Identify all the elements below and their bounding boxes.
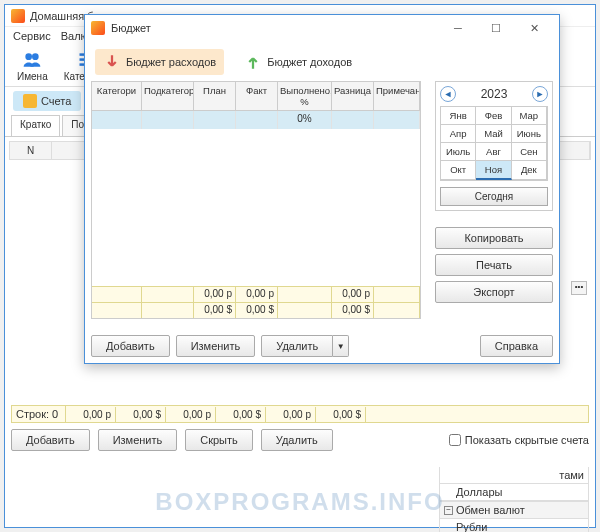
calendar-header: ◄ 2023 ► <box>440 86 548 102</box>
col-diff[interactable]: Разница <box>332 82 374 110</box>
tab-expenses-label: Бюджет расходов <box>126 56 216 68</box>
main-bottom-buttons: Добавить Изменить Скрыть Удалить Показат… <box>11 429 589 451</box>
col-note[interactable]: Примечани <box>374 82 420 110</box>
maximize-button[interactable]: ☐ <box>477 18 515 38</box>
prev-year-button[interactable]: ◄ <box>440 86 456 102</box>
month-nov[interactable]: Ноя <box>476 161 511 180</box>
month-jun[interactable]: Июнь <box>512 125 547 143</box>
arrow-down-icon <box>103 53 121 71</box>
cell-done-pct: 0% <box>278 111 332 129</box>
svg-point-0 <box>26 53 33 60</box>
side-tree: тами Доллары −Обмен валют Рубли Доллары … <box>439 467 589 532</box>
show-hidden-label: Показать скрытые счета <box>465 434 589 446</box>
col-done[interactable]: Выполнено, % <box>278 82 332 110</box>
sum-plan-d: 0,00 $ <box>194 303 236 318</box>
main-delete-button[interactable]: Удалить <box>261 429 333 451</box>
tab-income-label: Бюджет доходов <box>267 56 352 68</box>
dialog-side-buttons: Копировать Печать Экспорт <box>435 227 553 303</box>
subtool-accounts[interactable]: Счета <box>13 91 81 111</box>
show-hidden-input[interactable] <box>449 434 461 446</box>
month-grid: Янв Фев Мар Апр Май Июнь Июль Авг Сен Ок… <box>440 106 548 181</box>
month-apr[interactable]: Апр <box>441 125 476 143</box>
sum-c3: 0,00 p <box>166 407 216 422</box>
col-plan[interactable]: План <box>194 82 236 110</box>
sum-fact-p: 0,00 p <box>236 287 278 302</box>
month-feb[interactable]: Фев <box>476 107 511 125</box>
sum-fact-d: 0,00 $ <box>236 303 278 318</box>
today-button[interactable]: Сегодня <box>440 187 548 206</box>
month-may[interactable]: Май <box>476 125 511 143</box>
tree-dollars[interactable]: Доллары <box>439 484 589 501</box>
svg-point-1 <box>32 53 39 60</box>
calendar: ◄ 2023 ► Янв Фев Мар Апр Май Июнь Июль А… <box>435 81 553 211</box>
close-button[interactable]: ✕ <box>515 18 553 38</box>
sum-c5: 0,00 p <box>266 407 316 422</box>
month-oct[interactable]: Окт <box>441 161 476 180</box>
wallet-icon <box>23 94 37 108</box>
dlg-delete-button[interactable]: Удалить <box>261 335 333 357</box>
main-add-button[interactable]: Добавить <box>11 429 90 451</box>
col-category[interactable]: Категори <box>92 82 142 110</box>
columns-config-button[interactable]: ••• <box>571 281 587 295</box>
main-hide-button[interactable]: Скрыть <box>185 429 253 451</box>
copy-button[interactable]: Копировать <box>435 227 553 249</box>
main-edit-button[interactable]: Изменить <box>98 429 178 451</box>
users-icon <box>22 50 42 70</box>
dlg-add-button[interactable]: Добавить <box>91 335 170 357</box>
dialog-icon <box>91 21 105 35</box>
col-fact[interactable]: Факт <box>236 82 278 110</box>
sum-count: 0 <box>52 408 58 420</box>
budget-row[interactable]: 0% <box>92 111 420 129</box>
menu-service[interactable]: Сервис <box>13 30 51 42</box>
subtool-accounts-label: Счета <box>41 95 71 107</box>
dialog-titlebar[interactable]: Бюджет ─ ☐ ✕ <box>85 15 559 41</box>
next-year-button[interactable]: ► <box>532 86 548 102</box>
calendar-year: 2023 <box>481 87 508 101</box>
budget-summary: 0,00 p 0,00 p 0,00 p 0,00 $ 0,00 $ 0,00 … <box>92 286 420 318</box>
month-sep[interactable]: Сен <box>512 143 547 161</box>
dialog-title: Бюджет <box>111 22 151 34</box>
tb-users-label: Имена <box>17 71 48 82</box>
main-summary-row: Строк: 0 0,00 p 0,00 $ 0,00 p 0,00 $ 0,0… <box>11 405 589 423</box>
dlg-help-button[interactable]: Справка <box>480 335 553 357</box>
month-mar[interactable]: Мар <box>512 107 547 125</box>
dlg-edit-button[interactable]: Изменить <box>176 335 256 357</box>
tab-income[interactable]: Бюджет доходов <box>236 49 360 75</box>
sum-c4: 0,00 $ <box>216 407 266 422</box>
tab-short[interactable]: Кратко <box>11 115 60 136</box>
month-dec[interactable]: Дек <box>512 161 547 180</box>
tree-tami[interactable]: тами <box>439 467 589 484</box>
budget-grid: Категори Подкатегор План Факт Выполнено,… <box>91 81 421 319</box>
minimize-button[interactable]: ─ <box>439 18 477 38</box>
sum-label: Строк: <box>16 408 49 420</box>
collapse-icon[interactable]: − <box>444 506 453 515</box>
show-hidden-checkbox[interactable]: Показать скрытые счета <box>449 434 589 446</box>
sum-diff-d: 0,00 $ <box>332 303 374 318</box>
col-n[interactable]: N <box>10 142 52 159</box>
month-jan[interactable]: Янв <box>441 107 476 125</box>
dialog-bottom-buttons: Добавить Изменить Удалить ▼ Справка <box>91 335 553 357</box>
chevron-down-icon[interactable]: ▼ <box>333 335 349 357</box>
tree-exchange-header[interactable]: −Обмен валют <box>439 501 589 519</box>
sum-plan-p: 0,00 p <box>194 287 236 302</box>
budget-dialog: Бюджет ─ ☐ ✕ Бюджет расходов Бюджет дохо… <box>84 14 560 364</box>
tb-users[interactable]: Имена <box>13 48 52 84</box>
app-icon <box>11 9 25 23</box>
month-aug[interactable]: Авг <box>476 143 511 161</box>
month-jul[interactable]: Июль <box>441 143 476 161</box>
budget-tabs: Бюджет расходов Бюджет доходов <box>91 47 553 77</box>
sum-c2: 0,00 $ <box>116 407 166 422</box>
sum-c6: 0,00 $ <box>316 407 366 422</box>
sum-diff-p: 0,00 p <box>332 287 374 302</box>
print-button[interactable]: Печать <box>435 254 553 276</box>
arrow-up-icon <box>244 53 262 71</box>
budget-grid-header: Категори Подкатегор План Факт Выполнено,… <box>92 82 420 111</box>
tree-rub[interactable]: Рубли <box>439 519 589 532</box>
export-button[interactable]: Экспорт <box>435 281 553 303</box>
sum-c1: 0,00 p <box>66 407 116 422</box>
tab-expenses[interactable]: Бюджет расходов <box>95 49 224 75</box>
col-subcategory[interactable]: Подкатегор <box>142 82 194 110</box>
dialog-body: Бюджет расходов Бюджет доходов Категори … <box>85 41 559 363</box>
tree-exchange-label: Обмен валют <box>456 504 525 516</box>
dlg-delete-split-button[interactable]: Удалить ▼ <box>261 335 349 357</box>
